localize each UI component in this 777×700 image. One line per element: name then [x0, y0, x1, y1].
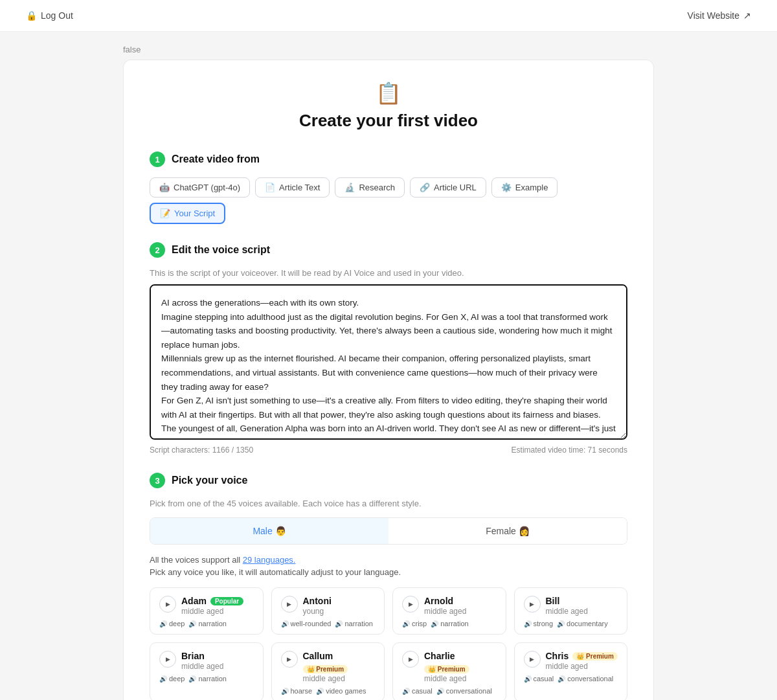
- voice-card-charlie[interactable]: ▶ Charlie 👑 Premium middle aged 🔊 casual…: [392, 642, 506, 700]
- article-text-icon: 📄: [265, 183, 275, 192]
- tag-narration-arnold: 🔊 narration: [431, 620, 468, 627]
- voice-card-adam[interactable]: ▶ Adam Popular middle aged 🔊 deep 🔊 narr…: [150, 587, 264, 635]
- tab-your-script-label: Your Script: [174, 209, 215, 218]
- step3-title: Pick your voice: [172, 475, 247, 486]
- play-callum[interactable]: ▶: [281, 651, 298, 668]
- tag-conv-charlie: 🔊 conversational: [436, 687, 492, 695]
- tab-female[interactable]: Female 👩: [388, 518, 627, 544]
- step1-section: 1 Create video from 🤖 ChatGPT (gpt-4o) 📄…: [150, 152, 627, 224]
- tag-hoarse: 🔊 hoarse: [281, 687, 313, 695]
- brian-age: middle aged: [181, 662, 254, 671]
- tag-deep-brian: 🔊 deep: [159, 675, 185, 683]
- voice-card-arnold[interactable]: ▶ Arnold middle aged 🔊 crisp 🔊 narration: [392, 587, 506, 635]
- arnold-name: Arnold: [424, 596, 453, 606]
- example-icon: ⚙️: [501, 183, 512, 192]
- bill-info: Bill middle aged: [546, 596, 618, 616]
- voice-card-chris[interactable]: ▶ Chris 👑 Premium middle aged 🔊 casual 🔊…: [514, 642, 628, 700]
- callum-tags: 🔊 hoarse 🔊 video games: [281, 687, 376, 695]
- chatgpt-icon: 🤖: [159, 183, 170, 192]
- top-navigation: 🔒 Log Out Visit Website ↗: [0, 0, 777, 32]
- play-charlie[interactable]: ▶: [402, 651, 419, 668]
- brian-tags: 🔊 deep 🔊 narration: [159, 675, 254, 683]
- step1-title: Create video from: [172, 153, 260, 165]
- chris-age: middle aged: [546, 662, 618, 671]
- charlie-info: Charlie 👑 Premium middle aged: [424, 651, 497, 683]
- adam-name: Adam: [181, 596, 207, 606]
- tab-article-url-label: Article URL: [434, 183, 477, 192]
- voice-card-brian[interactable]: ▶ Brian middle aged 🔊 deep 🔊 narration: [150, 642, 264, 700]
- script-footer: Script characters: 1166 / 1350 Estimated…: [150, 446, 627, 455]
- adam-popular-badge: Popular: [210, 597, 243, 605]
- language-adjust: Pick any voice you like, it will automat…: [150, 567, 627, 577]
- tab-article-url[interactable]: 🔗 Article URL: [410, 177, 486, 198]
- logout-icon: 🔒: [26, 10, 37, 21]
- tab-chatgpt-label: ChatGPT (gpt-4o): [174, 183, 240, 192]
- tab-article-text-label: Article Text: [279, 183, 320, 192]
- chris-info: Chris 👑 Premium middle aged: [546, 651, 618, 671]
- script-time: Estimated video time: 71 seconds: [512, 446, 627, 455]
- tab-example[interactable]: ⚙️ Example: [491, 177, 558, 198]
- play-arnold[interactable]: ▶: [402, 596, 419, 613]
- charlie-age: middle aged: [424, 674, 497, 683]
- tab-example-label: Example: [515, 183, 548, 192]
- play-adam[interactable]: ▶: [159, 596, 176, 613]
- page-title: Create your first video: [150, 111, 627, 131]
- tag-casual-chris: 🔊 casual: [524, 675, 554, 683]
- voice-card-callum[interactable]: ▶ Callum 👑 Premium middle aged 🔊 hoarse …: [271, 642, 385, 700]
- arnold-tags: 🔊 crisp 🔊 narration: [402, 620, 497, 627]
- step2-title: Edit the voice script: [172, 244, 270, 256]
- step2-badge: 2: [150, 242, 165, 258]
- tag-documentary: 🔊 documentary: [557, 620, 608, 627]
- antoni-name: Antoni: [303, 596, 332, 606]
- charlie-name: Charlie: [424, 651, 455, 661]
- logout-button[interactable]: 🔒 Log Out: [26, 10, 73, 21]
- source-tabs: 🤖 ChatGPT (gpt-4o) 📄 Article Text 🔬 Rese…: [150, 177, 627, 224]
- voice-description: Pick from one of the 45 voices available…: [150, 499, 627, 508]
- adam-tag-narration: 🔊 narration: [188, 620, 226, 627]
- gender-tabs: Male 👨 Female 👩: [150, 517, 627, 545]
- languages-link[interactable]: 29 languages.: [243, 555, 296, 565]
- bill-age: middle aged: [546, 607, 618, 616]
- play-chris[interactable]: ▶: [524, 651, 541, 668]
- arnold-age: middle aged: [424, 607, 497, 616]
- adam-info: Adam Popular middle aged: [181, 596, 254, 616]
- tag-crisp: 🔊 crisp: [402, 620, 427, 627]
- tab-article-text[interactable]: 📄 Article Text: [255, 177, 330, 198]
- main-container: false 📋 Create your first video 1 Create…: [110, 32, 667, 700]
- chris-name: Chris: [546, 651, 569, 661]
- arnold-info: Arnold middle aged: [424, 596, 497, 616]
- logout-label: Log Out: [41, 10, 73, 21]
- charlie-tags: 🔊 casual 🔊 conversational: [402, 687, 497, 695]
- visit-website-link[interactable]: Visit Website ↗: [688, 10, 751, 21]
- tag-conv-chris: 🔊 conversational: [557, 675, 613, 683]
- external-link-icon: ↗: [743, 10, 751, 21]
- main-card: 📋 Create your first video 1 Create video…: [123, 60, 654, 700]
- tab-your-script[interactable]: 📝 Your Script: [150, 203, 225, 224]
- play-antoni[interactable]: ▶: [281, 596, 298, 613]
- script-textarea[interactable]: AI across the generations—each with its …: [150, 284, 627, 440]
- article-url-icon: 🔗: [420, 183, 430, 192]
- bill-name: Bill: [546, 596, 560, 606]
- step3-section: 3 Pick your voice Pick from one of the 4…: [150, 473, 627, 700]
- callum-premium-badge: 👑 Premium: [303, 665, 348, 673]
- voice-card-antoni[interactable]: ▶ Antoni young 🔊 well-rounded 🔊 narratio…: [271, 587, 385, 635]
- step1-badge: 1: [150, 152, 165, 167]
- tab-chatgpt[interactable]: 🤖 ChatGPT (gpt-4o): [150, 177, 250, 198]
- tag-video-games: 🔊 video games: [316, 687, 366, 695]
- tab-research[interactable]: 🔬 Research: [335, 177, 405, 198]
- chris-tags: 🔊 casual 🔊 conversational: [524, 675, 618, 683]
- step2-section: 2 Edit the voice script This is the scri…: [150, 242, 627, 455]
- adam-tags: 🔊 deep 🔊 narration: [159, 620, 254, 627]
- visit-website-label: Visit Website: [688, 10, 739, 21]
- play-bill[interactable]: ▶: [524, 596, 541, 613]
- antoni-info: Antoni young: [303, 596, 376, 616]
- brian-name: Brian: [181, 651, 205, 661]
- page-icon: 📋: [150, 81, 627, 106]
- tag-casual-charlie: 🔊 casual: [402, 687, 433, 695]
- false-label: false: [123, 45, 654, 54]
- play-brian[interactable]: ▶: [159, 651, 176, 668]
- step1-header: 1 Create video from: [150, 152, 627, 167]
- voice-card-bill[interactable]: ▶ Bill middle aged 🔊 strong 🔊 documentar…: [514, 587, 628, 635]
- page-header: 📋 Create your first video: [150, 81, 627, 131]
- tab-male[interactable]: Male 👨: [150, 518, 388, 544]
